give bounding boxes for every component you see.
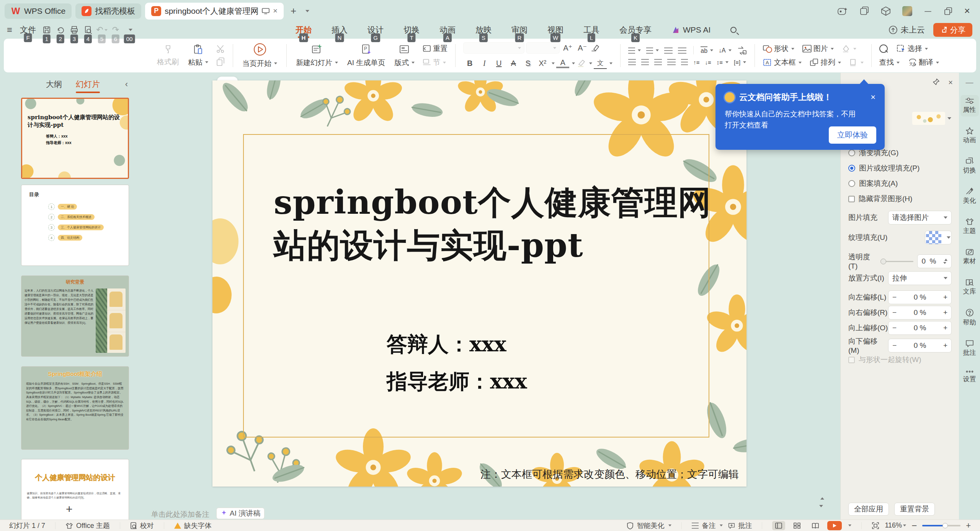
slide-note-textbox[interactable]: 注：文本框可根据需求改变颜色、移动位置；文字可编辑 [480,467,739,481]
zoom-out-button[interactable]: − [911,520,917,531]
minus-button[interactable]: − [892,324,897,332]
proofread-button[interactable]: 校对 [130,521,154,530]
menu-tools[interactable]: 工具L [573,22,609,38]
convert-smartart-button[interactable] [737,46,747,55]
offset-right-stepper[interactable]: − 0 % + [888,306,952,320]
pin-panel-icon[interactable] [932,78,940,86]
play-from-current-button[interactable]: 当页开始 [238,41,282,70]
spin-up-icon[interactable] [944,259,947,261]
zoom-level[interactable]: 116% [885,521,906,529]
section-button[interactable]: 节 [422,57,448,67]
minus-button[interactable]: − [892,308,897,317]
user-avatar[interactable] [902,6,912,16]
side-tab-properties[interactable]: 属性 [960,95,979,116]
bullet-list-button[interactable] [628,48,641,54]
collapse-strip-icon[interactable]: — [966,78,973,87]
side-tab-assets[interactable]: 素材 [960,246,979,268]
highlight-button[interactable] [577,59,586,67]
missing-font-warning[interactable]: 缺失字体 [174,521,212,530]
placement-select[interactable]: 拉伸 [888,271,952,285]
paste-button[interactable]: 粘贴 [183,41,213,70]
popup-close-icon[interactable]: × [871,92,875,102]
quick-print-button[interactable]: 3 [67,23,81,37]
quick-undo-button[interactable]: ↶ 5 [95,23,109,37]
hide-background-checkbox[interactable]: 隐藏背景图形(H) [848,194,912,204]
tab-slides[interactable]: 幻灯片 [76,79,100,90]
minimize-icon[interactable] [924,7,932,15]
copy-button[interactable] [216,57,225,66]
workspace-icon[interactable] [859,6,869,16]
minus-button[interactable]: − [892,341,897,350]
slide-thumbnail-3[interactable]: 3 研究背景 近年来，人们的生活方式以网络为主题不断进化，个人健康管理就是其中的… [21,275,129,357]
menu-view[interactable]: 视图W [537,22,573,38]
share-button[interactable]: 分享 [933,23,972,37]
close-panel-icon[interactable]: × [948,78,953,87]
arrange-button[interactable]: 排列 [809,57,841,67]
line-spacing-increase-button[interactable]: ↑≡ [693,59,699,66]
zoom-slider[interactable] [922,525,960,526]
cloud-status[interactable]: 未上云 [889,25,925,35]
ribbon-search-icon[interactable] [879,44,888,53]
collapse-panel-icon[interactable]: ‹ [125,79,128,89]
side-tab-beautify[interactable]: 美化 [960,185,979,207]
superscript-button[interactable]: X² [536,57,549,69]
slide-title-textbox[interactable]: springboot个人健康管理网站的设计与实现-ppt [274,181,718,267]
notes-toggle-button[interactable]: 备注 [692,521,723,530]
plus-button[interactable]: + [943,293,947,302]
apply-all-button[interactable]: 全部应用 [848,503,889,516]
side-tab-settings[interactable]: 设置 [960,367,979,386]
quick-redo-button[interactable]: ↷ 6 [109,23,122,37]
plus-button[interactable]: + [943,324,947,332]
line-spacing-decrease-button[interactable]: ↓≡ [705,59,711,66]
tab-outline[interactable]: 大纲 [46,79,62,90]
side-tab-help[interactable]: 帮助 [960,306,979,329]
clear-format-button[interactable] [590,44,599,52]
reset-background-button[interactable]: 重置背景 [894,503,935,516]
new-slide-button[interactable]: 新建幻灯片 [291,41,343,70]
select-button[interactable]: 选择 [896,44,928,54]
quick-print-preview-button[interactable]: 4 [81,23,95,37]
menu-home[interactable]: 开始H [286,22,322,38]
plus-button[interactable]: + [943,341,947,350]
ai-script-button[interactable]: AI 演讲稿 [216,508,265,519]
transparency-value-box[interactable]: 0% [917,254,952,268]
menu-review[interactable]: 审阅R [501,22,537,38]
plus-button[interactable]: + [943,308,947,317]
side-tab-library[interactable]: 文库 [960,276,979,298]
zoom-in-button[interactable]: + [966,521,971,531]
align-right-button[interactable] [654,59,662,65]
italic-button[interactable]: I [478,57,491,69]
menu-design[interactable]: 设计G [358,22,394,38]
tab-list-dropdown-icon[interactable] [305,10,309,12]
theme-button[interactable]: Office 主题 [65,521,110,530]
insert-picture-button[interactable]: 图片 [802,44,834,54]
quick-more-dropdown[interactable]: 00 [122,23,136,37]
shapes-button[interactable]: 形状 [763,44,794,54]
side-tab-animation[interactable]: 动画 [960,125,979,147]
fit-to-window-icon[interactable] [872,522,879,529]
font-color-button[interactable]: A [556,58,569,68]
line-spacing-button[interactable]: ↕≡ [717,59,728,66]
normal-view-button[interactable] [772,521,785,530]
menu-transition[interactable]: 切换T [394,22,430,38]
offset-up-stepper[interactable]: − 0 % + [888,321,952,335]
comments-toggle-button[interactable]: 批注 [728,521,752,530]
quick-export-button[interactable]: 2 [54,23,67,37]
font-family-select[interactable] [463,42,524,54]
increase-indent-button[interactable] [678,48,686,54]
ai-assistant-icon[interactable] [837,6,848,16]
pinyin-button[interactable]: 文 [594,57,607,69]
shape-fill-button[interactable] [841,44,856,53]
slide-thumbnail-4[interactable]: 4 SpringBoot框架介绍 现如今后台开源框架主流的有SSH、SSM、Sp… [21,366,129,450]
close-window-icon[interactable]: × [964,5,970,17]
offset-left-stepper[interactable]: − 0 % + [888,290,952,304]
slide-sorter-view-button[interactable] [791,521,804,530]
justify-button[interactable] [667,59,676,65]
slide-thumbnail-1[interactable]: 1 springboot个人健康管理网站的设计与实现-ppt 答辩人：xxx 指… [21,98,129,179]
align-center-button[interactable] [641,59,649,65]
format-painter-button[interactable]: 格式刷 [152,41,183,70]
text-align-vertical-button[interactable]: [≡] [734,59,746,66]
minus-button[interactable]: − [892,293,897,302]
add-slide-button[interactable]: + [66,503,73,516]
translate-button[interactable]: 文A 翻译 [908,57,939,67]
